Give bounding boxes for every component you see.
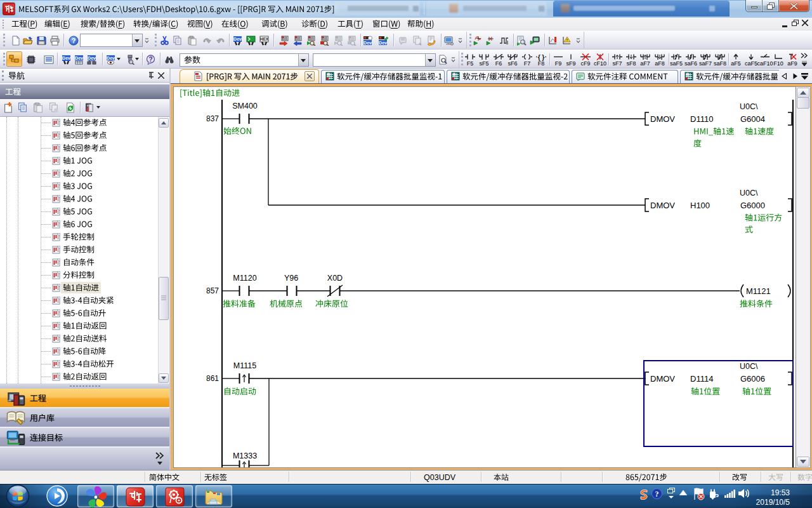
svg-text:Dev: Dev	[379, 41, 387, 45]
svg-text:?: ?	[655, 490, 659, 498]
svg-text:Dev: Dev	[62, 56, 70, 60]
svg-text:Dev: Dev	[363, 41, 372, 45]
svg-text:Dev: Dev	[75, 56, 83, 60]
svg-text:HEX: HEX	[260, 37, 269, 41]
svg-text:?: ?	[72, 37, 76, 44]
svg-text:Dev: Dev	[233, 37, 242, 41]
svg-text:Dev: Dev	[107, 56, 115, 60]
svg-text:?: ?	[148, 56, 152, 63]
svg-text:Dev: Dev	[88, 56, 96, 60]
